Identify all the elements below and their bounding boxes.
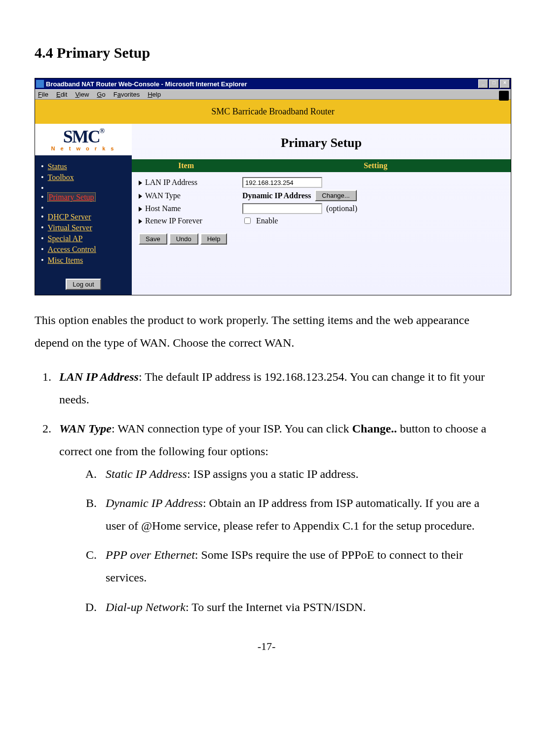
host-name-label: Host Name (145, 204, 181, 213)
triangle-icon (139, 194, 142, 199)
list-item: LAN IP Address: The default IP address i… (54, 366, 498, 411)
alpha-list: Static IP Address: ISP assigns you a sta… (59, 463, 498, 619)
col-item-header: Item (132, 159, 240, 172)
undo-button[interactable]: Undo (169, 233, 198, 245)
term-static-ip: Static IP Address (106, 468, 187, 480)
menu-help[interactable]: Help (148, 91, 161, 98)
wan-type-value: Dynamic IP Address (242, 191, 311, 200)
menu-favorites[interactable]: Favorites (114, 91, 140, 98)
change-button[interactable]: Change... (315, 190, 356, 201)
section-heading: 4.4 Primary Setup (35, 44, 498, 61)
list-item: Dial-up Network: To surf the Internet vi… (100, 596, 498, 619)
renew-label: Renew IP Forever (145, 216, 202, 225)
menu-view[interactable]: View (75, 91, 89, 98)
settings-header: Item Setting (132, 159, 511, 172)
triangle-icon (139, 219, 142, 224)
logo-text: SMC (63, 127, 100, 146)
renew-enable-checkbox[interactable] (244, 217, 251, 224)
host-name-input[interactable] (242, 203, 322, 214)
sidebar: SMC® N e t w o r k s Status Toolbox Prim… (35, 124, 132, 295)
logo-subtext: N e t w o r k s (35, 145, 132, 151)
sA-text: : ISP assigns you a static IP address. (187, 468, 359, 480)
triangle-icon (139, 180, 142, 185)
nav-spacer (41, 204, 129, 211)
lan-ip-label: LAN IP Address (145, 178, 197, 186)
pane-title: Primary Setup (132, 124, 511, 159)
browser-window: Broadband NAT Router Web-Console - Micro… (35, 78, 511, 295)
list-item: Static IP Address: ISP assigns you a sta… (100, 463, 498, 486)
list-item: WAN Type: WAN connection type of your IS… (54, 418, 498, 618)
page-number: -17- (35, 640, 498, 653)
list-item: PPP over Ethernet: Some ISPs require the… (100, 544, 498, 589)
term-lan-ip: LAN IP Address (59, 370, 139, 383)
logout-button[interactable]: Log out (66, 279, 101, 290)
ie-icon (36, 80, 44, 88)
title-bar: Broadband NAT Router Web-Console - Micro… (35, 78, 511, 89)
li2-text-a: : WAN connection type of your ISP. You c… (112, 422, 352, 435)
menu-bar: File Edit View Go Favorites Help (35, 89, 511, 100)
row-renew-ip: Renew IP Forever Enable (137, 216, 506, 225)
wan-type-label: WAN Type (145, 191, 181, 200)
maximize-button[interactable]: □ (489, 79, 499, 88)
close-button[interactable]: × (500, 79, 510, 88)
intro-paragraph: This option enables the product to work … (35, 309, 498, 354)
brand-logo: SMC® N e t w o r k s (35, 124, 132, 155)
nav-primary-setup[interactable]: Primary Setup (41, 193, 129, 202)
nav-misc-items[interactable]: Misc Items (41, 256, 129, 265)
renew-enable-label: Enable (256, 216, 278, 225)
nav-toolbox[interactable]: Toolbox (41, 173, 129, 182)
triangle-icon (139, 207, 142, 212)
ie-throbber-icon (499, 91, 509, 101)
nav-status[interactable]: Status (41, 162, 129, 171)
nav-spacer (41, 184, 129, 191)
main-pane: Primary Setup Item Setting LAN IP Addres… (132, 124, 511, 295)
menu-file[interactable]: File (38, 91, 48, 98)
col-setting-header: Setting (240, 159, 511, 172)
term-pppoe: PPP over Ethernet (106, 548, 195, 561)
term-change: Change.. (352, 422, 397, 435)
window-title: Broadband NAT Router Web-Console - Micro… (46, 80, 478, 88)
menu-go[interactable]: Go (97, 91, 105, 98)
lan-ip-input[interactable] (242, 177, 322, 188)
row-wan-type: WAN Type Dynamic IP Address Change... (137, 190, 506, 201)
list-item: Dynamic IP Address: Obtain an IP address… (100, 492, 498, 537)
nav-special-ap[interactable]: Special AP (41, 234, 129, 243)
row-host-name: Host Name (optional) (137, 203, 506, 214)
nav-virtual-server[interactable]: Virtual Server (41, 223, 129, 232)
term-wan-type: WAN Type (59, 422, 112, 435)
sD-text: : To surf the Internet via PSTN/ISDN. (186, 601, 366, 613)
minimize-button[interactable]: _ (478, 79, 488, 88)
nav-dhcp-server[interactable]: DHCP Server (41, 213, 129, 221)
row-lan-ip: LAN IP Address (137, 177, 506, 188)
nav-list: Status Toolbox Primary Setup DHCP Server… (35, 155, 132, 272)
help-button[interactable]: Help (200, 233, 228, 245)
term-dialup: Dial-up Network (106, 601, 186, 613)
nav-access-control[interactable]: Access Control (41, 245, 129, 254)
save-button[interactable]: Save (139, 233, 167, 245)
term-dynamic-ip: Dynamic IP Address (106, 497, 203, 509)
menu-edit[interactable]: Edit (56, 91, 67, 98)
product-banner: SMC Barricade Broadband Router (35, 100, 511, 124)
numbered-list: LAN IP Address: The default IP address i… (35, 366, 498, 618)
host-optional-text: (optional) (326, 204, 357, 213)
registered-icon: ® (100, 127, 104, 135)
